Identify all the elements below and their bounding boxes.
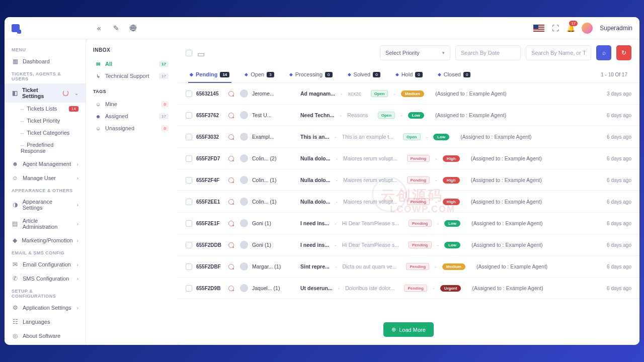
search-button[interactable]: ⌕: [596, 45, 611, 60]
select-all-checkbox[interactable]: [186, 50, 192, 56]
ticket-row[interactable]: 655F3762Test U...Need Techn...-Reasons O…: [178, 105, 639, 126]
row-checkbox[interactable]: [186, 220, 192, 227]
bell-icon[interactable]: 🔔17: [567, 24, 575, 32]
nav-ticket-priority[interactable]: Ticket Priority: [19, 115, 86, 127]
ticket-id: 655F3032: [196, 134, 224, 140]
assigned-label: (Assigned to : Example Agent): [471, 242, 542, 248]
email-icon: ✉: [12, 261, 19, 268]
ticket-row[interactable]: 655F2D9BJaquel... (1)Ut deserun...-Dolor…: [178, 278, 639, 299]
tag-unassigned[interactable]: ☺Unassigned0: [93, 122, 171, 134]
row-checkbox[interactable]: [186, 177, 192, 184]
archive-icon[interactable]: ▭: [197, 49, 204, 56]
status-dot-icon: [228, 134, 234, 140]
priority-pill: High: [443, 177, 460, 184]
search-date-input[interactable]: [455, 45, 521, 60]
settings-icon: ⚙: [12, 304, 19, 311]
username[interactable]: Superadmin: [600, 25, 632, 32]
tab-processing[interactable]: ◆Processing0: [282, 66, 340, 82]
tab-open[interactable]: ◆Open3: [237, 66, 281, 82]
row-checkbox[interactable]: [186, 155, 192, 162]
nav-dashboard[interactable]: ▦Dashboard: [5, 54, 86, 68]
tab-solved[interactable]: ◆Solved0: [341, 66, 387, 82]
ticket-subject: Nulla dolo...: [300, 199, 331, 205]
nav-appearance-settings[interactable]: ◑Appearance Settings›: [5, 195, 86, 214]
status-pill: Pending: [407, 198, 430, 205]
nav-app-settings[interactable]: ⚙Application Settings›: [5, 301, 86, 315]
tag-assigned[interactable]: ☻Assigned17: [93, 110, 171, 122]
avatar[interactable]: [582, 23, 593, 34]
inbox-tech-support[interactable]: ↳Technical Support17: [93, 70, 171, 82]
row-checkbox[interactable]: [186, 134, 192, 140]
search-name-input[interactable]: [526, 45, 591, 60]
assigned-label: (Assigned to : Example Agent): [471, 199, 542, 205]
row-checkbox[interactable]: [186, 90, 192, 97]
ticket-row[interactable]: 655F2F4FColin... (1)Nulla dolo...-Maiore…: [178, 169, 639, 191]
ticket-time: 6 days ago: [607, 286, 631, 291]
assigned-label: (Assigned to : Example Agent): [471, 177, 542, 183]
tab-closed[interactable]: ◆Closed0: [431, 66, 478, 82]
ticket-row[interactable]: 655F2FD7Colin... (2)Nulla dolo...-Maiore…: [178, 148, 639, 169]
tag-mine[interactable]: ☺Mine0: [93, 98, 171, 110]
fullscreen-icon[interactable]: ⛶: [551, 24, 559, 32]
ticket-row[interactable]: 655F2E1FGoni (1)I need ins...-Hi Dear Te…: [178, 213, 639, 234]
nav-about-software[interactable]: ◎About Software: [5, 329, 86, 343]
nav-predefined-response[interactable]: Predefined Response: [19, 139, 86, 157]
user-avatar: [240, 262, 248, 270]
diamond-icon: ◆: [348, 72, 351, 77]
status-pill: Open: [378, 112, 395, 119]
status-dot-icon: [228, 199, 234, 205]
nav-agent-management[interactable]: ☻Agent Management›: [5, 157, 86, 171]
pagination-label: 1 - 10 Of 17: [601, 72, 634, 77]
tab-hold[interactable]: ◆Hold0: [388, 66, 430, 82]
ticket-row[interactable]: 65632145Jerome...Ad magnam...-xcxzc Open…: [178, 83, 639, 105]
app-logo[interactable]: [12, 24, 20, 32]
refresh-button[interactable]: ↻: [616, 45, 631, 60]
ticket-row[interactable]: 655F2DBFMargar... (1)Sint repre...-Dicta…: [178, 256, 639, 278]
inbox-all[interactable]: ✉All17: [93, 58, 171, 70]
globe-icon[interactable]: 🌐︎: [129, 24, 137, 32]
ticket-id: 655F2D9B: [196, 286, 224, 291]
load-more-button[interactable]: ⊕Load More: [383, 322, 434, 337]
status-dot-icon: [228, 264, 234, 269]
nav-manage-user[interactable]: ☺Manage User›: [5, 171, 86, 185]
ticket-preview: Maiores rerum volupt...: [343, 177, 397, 183]
ticket-id: 65632145: [196, 91, 224, 97]
nav-tickets-lists[interactable]: Tickets Lists14: [19, 103, 86, 115]
ticket-time: 6 days ago: [607, 264, 631, 269]
nav-ticket-settings[interactable]: ◧Ticket Settings⌄: [5, 83, 86, 103]
dashboard-icon: ▦: [12, 58, 19, 65]
nav-languages[interactable]: ☷Languages: [5, 315, 86, 329]
flag-us-icon[interactable]: [533, 25, 544, 32]
nav-ticket-categories[interactable]: Ticket Categories: [19, 127, 86, 139]
ticket-subject: Ut deserun...: [300, 285, 333, 291]
nav-article-admin[interactable]: ▤Article Administration›: [5, 214, 86, 233]
collapse-icon[interactable]: «: [95, 24, 103, 32]
row-checkbox[interactable]: [186, 285, 192, 292]
select-priority-dropdown[interactable]: Select Priority▾: [380, 45, 450, 60]
ticket-user: Colin... (1): [252, 199, 283, 205]
ticket-user: Goni (1): [252, 220, 283, 226]
ticket-time: 6 days ago: [607, 177, 631, 183]
plus-circle-icon: ⊕: [391, 326, 396, 333]
nav-marketing[interactable]: ◆Marketing/Promotion›: [5, 233, 86, 247]
row-checkbox[interactable]: [186, 199, 192, 205]
tab-pending[interactable]: ◆Pending14: [183, 66, 236, 82]
status-pill: Open: [371, 90, 388, 97]
row-checkbox[interactable]: [186, 242, 192, 248]
ticket-user: Goni (1): [252, 242, 283, 248]
ticket-row[interactable]: 655F2DDBGoni (1)I need ins...-Hi Dear Te…: [178, 234, 639, 256]
ticket-user: Exampl...: [252, 134, 283, 140]
priority-pill: Medium: [442, 263, 465, 270]
ticket-preview: xcxzc: [348, 90, 361, 97]
ticket-row[interactable]: 655F3032Exampl...This is an...-This is a…: [178, 126, 639, 148]
nav-email-config[interactable]: ✉Email Configuration›: [5, 257, 86, 272]
ticket-user: Jaquel... (1): [252, 285, 283, 291]
ticket-subject: Nulla dolo...: [300, 155, 331, 161]
ticket-row[interactable]: 655F2EE1Colin... (1)Nulla dolo...-Maiore…: [178, 191, 639, 213]
row-checkbox[interactable]: [186, 112, 192, 119]
nav-sms-config[interactable]: ✆SMS Configuration›: [5, 272, 86, 286]
ticket-id: 655F2DBF: [196, 264, 224, 269]
tag-icon[interactable]: ✎: [112, 24, 120, 32]
row-checkbox[interactable]: [186, 263, 192, 270]
chevron-right-icon: ›: [77, 161, 78, 167]
